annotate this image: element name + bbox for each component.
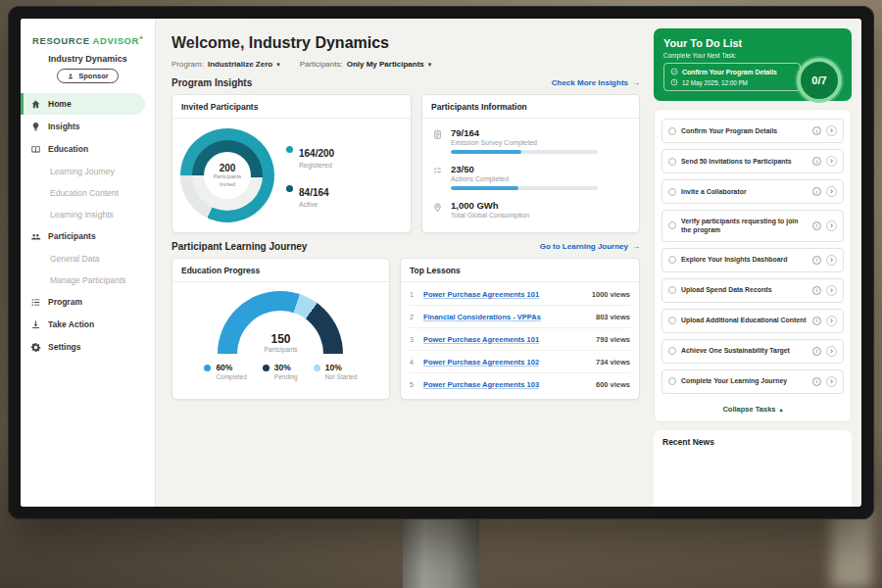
- todo-header-card: Your To Do List Complete Your Next Task:…: [654, 28, 852, 101]
- chevron-right-icon[interactable]: ›: [826, 285, 837, 296]
- progress-bar: [451, 150, 598, 154]
- legend-label: Completed: [216, 373, 246, 380]
- stat-actions-completed: 23/50 Actions Completed: [432, 164, 629, 190]
- sidebar-item-label: Home: [48, 99, 72, 109]
- lesson-link[interactable]: Power Purchase Agreements 103: [423, 380, 589, 389]
- org-name: Industry Dynamics: [21, 54, 155, 64]
- card-title: Invited Participants: [172, 95, 411, 119]
- sponsor-badge-label: Sponsor: [78, 72, 108, 80]
- task-checkbox[interactable]: [668, 188, 676, 196]
- donut-legend: 164/200 Registered 84/164 Active: [286, 143, 334, 208]
- legend-pct: 60%: [216, 363, 246, 372]
- legend-item-not-started: 10% Not Started: [314, 363, 358, 380]
- lesson-rank: 4: [410, 359, 416, 366]
- sidebar-item-settings[interactable]: Settings: [21, 336, 155, 358]
- chevron-right-icon[interactable]: ›: [826, 255, 837, 266]
- participants-dropdown[interactable]: Participants: Only My Participants ▾: [300, 60, 432, 69]
- go-to-learning-journey-link[interactable]: Go to Learning Journey →: [540, 242, 640, 251]
- task-row-confirm-program-details[interactable]: Confirm Your Program Details i ›: [662, 119, 844, 143]
- book-icon: [30, 144, 41, 155]
- lesson-link[interactable]: Power Purchase Agreements 102: [423, 358, 589, 367]
- legend-dot-icon: [263, 365, 270, 371]
- task-checkbox[interactable]: [668, 347, 676, 355]
- chevron-right-icon[interactable]: ›: [826, 316, 837, 326]
- chevron-right-icon[interactable]: ›: [826, 220, 837, 231]
- chevron-right-icon[interactable]: ›: [826, 186, 837, 197]
- task-row-upload-spend-data[interactable]: Upload Spend Data Records i ›: [662, 278, 844, 303]
- task-row-verify-participants[interactable]: Verify participants requesting to join t…: [662, 210, 844, 242]
- info-icon[interactable]: i: [812, 256, 821, 265]
- task-checkbox[interactable]: [668, 127, 676, 135]
- stat-label: Actions Completed: [451, 175, 598, 182]
- next-task-box: Confirm Your Program Details 12 May 2025…: [663, 63, 801, 91]
- legend-dot-icon: [204, 365, 211, 371]
- chevron-right-icon[interactable]: ›: [826, 125, 837, 136]
- sidebar-item-general-data[interactable]: General Data: [21, 248, 155, 269]
- sidebar-item-home[interactable]: Home: [21, 93, 145, 115]
- sidebar-item-label: Manage Participants: [50, 275, 126, 285]
- task-checkbox[interactable]: [668, 158, 676, 166]
- chevron-right-icon[interactable]: ›: [826, 156, 837, 167]
- todo-progress-ring: 0/7: [797, 58, 842, 103]
- location-pin-icon: [432, 202, 443, 213]
- info-icon[interactable]: i: [812, 286, 821, 295]
- invited-participants-donut: 200 Participants Invited: [180, 128, 274, 222]
- progress-fill: [451, 186, 518, 190]
- sidebar-item-education[interactable]: Education: [21, 138, 155, 160]
- education-progress-card: Education Progress 150 Participants: [172, 258, 390, 400]
- learning-cards-row: Education Progress 150 Participants: [172, 258, 640, 400]
- sidebar-item-participants[interactable]: Participants: [21, 225, 155, 247]
- task-row-send-invitations[interactable]: Send 50 Invitations to Participants i ›: [662, 149, 844, 173]
- download-icon: [30, 319, 41, 330]
- lesson-link[interactable]: Power Purchase Agreements 101: [423, 290, 585, 299]
- legend-value: 164: [299, 148, 316, 159]
- sidebar-item-manage-participants[interactable]: Manage Participants: [21, 270, 155, 290]
- sidebar-item-insights[interactable]: Insights: [21, 116, 155, 137]
- task-checkbox[interactable]: [668, 377, 676, 385]
- sidebar-item-learning-journey[interactable]: Learning Journey: [21, 161, 155, 181]
- sidebar-item-education-content[interactable]: Education Content: [21, 182, 155, 203]
- sidebar-item-label: Learning Journey: [50, 167, 115, 176]
- progress-fill: [451, 150, 521, 154]
- sidebar-item-label: General Data: [50, 254, 100, 264]
- legend-item-active: 84/164 Active: [286, 182, 334, 208]
- task-row-complete-learning-journey[interactable]: Complete Your Learning Journey i ›: [662, 369, 844, 394]
- task-row-invite-collaborator[interactable]: Invite a Collaborator i ›: [662, 179, 844, 204]
- chevron-right-icon[interactable]: ›: [826, 346, 837, 357]
- task-row-explore-insights[interactable]: Explore Your Insights Dashboard i ›: [662, 248, 844, 272]
- insights-cards-row: Invited Participants 200 Participants In…: [172, 94, 640, 233]
- legend-pct: 30%: [274, 363, 298, 372]
- task-checkbox[interactable]: [668, 256, 676, 264]
- info-icon[interactable]: i: [812, 221, 821, 230]
- info-icon[interactable]: i: [812, 317, 821, 325]
- task-row-upload-educational-content[interactable]: Upload Additional Educational Content i …: [662, 309, 844, 333]
- info-icon[interactable]: i: [812, 347, 821, 356]
- program-label: Program:: [172, 60, 204, 69]
- recent-news-header[interactable]: Recent News: [654, 430, 852, 507]
- sidebar-item-take-action[interactable]: Take Action: [21, 314, 155, 335]
- progress-bar: [451, 186, 598, 190]
- list-icon: [30, 297, 41, 308]
- info-icon[interactable]: i: [812, 126, 821, 135]
- program-dropdown[interactable]: Program: Industrialize Zero ▾: [172, 60, 280, 69]
- lesson-link[interactable]: Power Purchase Agreements 101: [423, 335, 589, 344]
- check-more-insights-link[interactable]: Check More Insights →: [552, 78, 640, 87]
- chevron-down-icon: ▾: [428, 61, 432, 69]
- chevron-right-icon[interactable]: ›: [826, 376, 837, 387]
- task-checkbox[interactable]: [668, 221, 676, 229]
- task-checkbox[interactable]: [668, 286, 676, 294]
- lesson-rank: 1: [410, 291, 416, 298]
- lesson-link[interactable]: Financial Considerations - VPPAs: [423, 313, 589, 321]
- task-checkbox[interactable]: [668, 317, 676, 324]
- collapse-label: Collapse Tasks: [722, 405, 775, 414]
- sidebar-item-learning-insights[interactable]: Learning Insights: [21, 204, 155, 224]
- stat-value: 23/50: [451, 164, 598, 174]
- info-icon[interactable]: i: [812, 187, 821, 196]
- stat-value: 79/164: [451, 127, 598, 138]
- collapse-tasks-button[interactable]: Collapse Tasks ▴: [662, 400, 844, 418]
- task-row-achieve-sustainability-target[interactable]: Achieve One Sustainability Target i ›: [662, 339, 844, 364]
- info-icon[interactable]: i: [812, 157, 821, 166]
- invited-participants-body: 200 Participants Invited 164/200 Registe: [172, 119, 411, 232]
- sidebar-item-program[interactable]: Program: [21, 291, 155, 313]
- info-icon[interactable]: i: [812, 377, 821, 386]
